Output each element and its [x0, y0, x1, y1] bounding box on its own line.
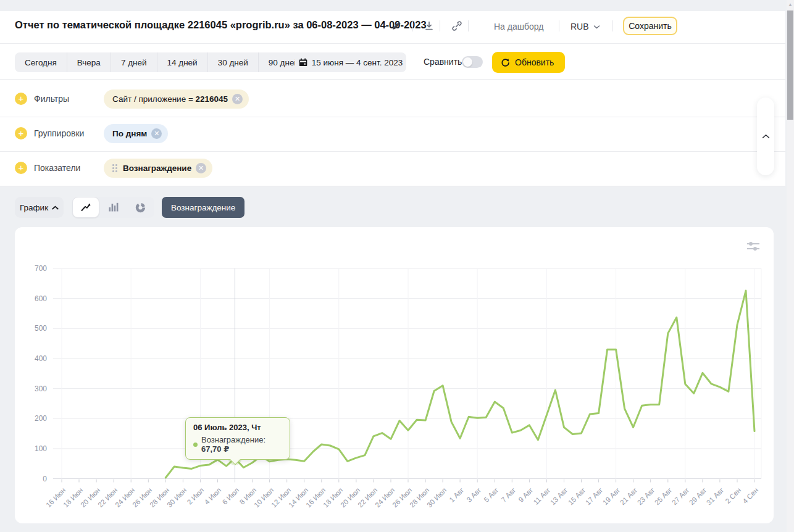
groupings-label: Группировки [34, 128, 84, 138]
refresh-label: Обновить [515, 57, 554, 67]
date-range-button[interactable]: 15 июня — 4 сент. 2023 [295, 52, 406, 72]
pie-chart-icon [135, 202, 146, 213]
divider [412, 20, 413, 31]
y-axis-tick-label: 100 [15, 444, 47, 453]
divider [0, 117, 785, 117]
metric-chip[interactable]: Вознаграждение ✕ [104, 159, 212, 178]
refresh-button[interactable]: Обновить [492, 52, 565, 73]
divider [612, 20, 613, 31]
chart-type-bar-button[interactable] [99, 197, 127, 218]
filter-chip[interactable]: Сайт / приложение = 2216045 ✕ [104, 89, 249, 109]
remove-filter-icon[interactable]: ✕ [232, 94, 243, 104]
preset-button-1[interactable]: Вчера [67, 52, 111, 72]
y-axis-tick-label: 400 [15, 354, 47, 363]
chart-collapse-button[interactable]: График [15, 197, 64, 218]
dashboard-link[interactable]: На дашборд [494, 22, 543, 31]
chart-type-line-button[interactable] [72, 197, 99, 218]
divider [440, 20, 440, 31]
link-icon[interactable] [451, 20, 462, 31]
grouping-chip[interactable]: По дням ✕ [104, 124, 168, 143]
series-color-dot [193, 443, 198, 447]
chevron-up-icon [52, 206, 59, 210]
tooltip-value: 67,70 ₽ [201, 444, 229, 454]
currency-value: RUB [570, 22, 589, 31]
line-chart[interactable] [15, 227, 774, 523]
metric-chip-label: Вознаграждение [123, 164, 191, 173]
y-axis-tick-label: 500 [15, 324, 47, 333]
add-metric-button[interactable]: + [15, 162, 27, 174]
chart-card: 0100200300400500600700 16 Июн18 Июн20 Ию… [15, 227, 774, 523]
y-axis-tick-label: 200 [15, 414, 47, 423]
chart-tooltip: 06 Июль 2023, Чт Вознаграждение: 67,70 ₽ [185, 417, 290, 460]
y-axis-tick-label: 0 [15, 475, 47, 483]
grouping-chip-label: По дням [112, 129, 147, 138]
collapse-panel-button[interactable] [757, 98, 774, 175]
preset-button-2[interactable]: 7 дней [111, 52, 157, 72]
y-axis-tick-label: 600 [15, 294, 47, 303]
preset-button-3[interactable]: 14 дней [157, 52, 208, 72]
divider [0, 79, 785, 80]
page: { "header": { "title": "Отчет по тематич… [0, 0, 794, 532]
filter-chip-value: 2216045 [196, 94, 228, 104]
save-button[interactable]: Сохранить [623, 17, 677, 35]
scrollbar-up-arrow[interactable]: ▲ [788, 2, 793, 7]
divider [0, 186, 785, 186]
filter-chip-field: Сайт / приложение = [112, 94, 196, 104]
bar-chart-icon [108, 202, 119, 212]
remove-grouping-icon[interactable]: ✕ [151, 128, 162, 139]
drag-handle-icon[interactable] [112, 164, 117, 172]
y-axis-tick-label: 300 [15, 384, 47, 393]
preset-button-4[interactable]: 30 дней [208, 52, 259, 72]
add-grouping-button[interactable]: + [15, 127, 27, 139]
y-axis-tick-label: 700 [15, 264, 47, 273]
remove-metric-icon[interactable]: ✕ [196, 163, 206, 173]
scrollbar-thumb[interactable] [787, 10, 793, 120]
tooltip-date: 06 Июль 2023, Чт [193, 423, 282, 432]
chevron-down-icon [593, 25, 600, 30]
compare-toggle[interactable] [462, 56, 483, 68]
divider [468, 20, 469, 31]
chart-type-switcher [72, 197, 154, 218]
edit-pencil-icon[interactable] [391, 20, 402, 31]
refresh-icon [501, 58, 510, 67]
compare-label: Сравнить [424, 57, 462, 67]
toggle-knob [463, 57, 472, 67]
download-icon[interactable] [424, 20, 435, 31]
calendar-icon [299, 58, 307, 67]
date-preset-group: СегодняВчера7 дней14 дней30 дней90 дней [15, 52, 309, 72]
metrics-label: Показатели [34, 163, 80, 173]
line-chart-icon [80, 202, 91, 212]
preset-button-0[interactable]: Сегодня [15, 52, 67, 72]
tooltip-series-label: Вознаграждение: [201, 435, 265, 444]
chevron-up-icon [762, 134, 770, 139]
filters-label: Фильтры [34, 94, 69, 104]
divider [0, 43, 785, 44]
add-filter-button[interactable]: + [15, 93, 27, 105]
series-toggle-button[interactable]: Вознаграждение [162, 197, 244, 218]
date-range-value: 15 июня — 4 сент. 2023 [312, 58, 403, 67]
chart-type-pie-button[interactable] [127, 197, 154, 218]
page-title: Отчет по тематической площадке 2216045 «… [15, 19, 427, 31]
chart-collapse-label: График [20, 203, 48, 212]
divider [559, 20, 559, 31]
divider [0, 151, 785, 152]
currency-select[interactable]: RUB [570, 22, 600, 31]
